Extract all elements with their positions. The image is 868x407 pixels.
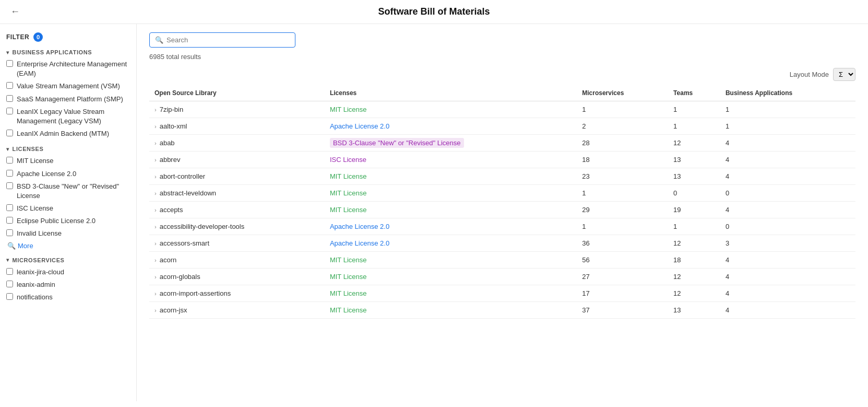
cell-license[interactable]: MIT License (325, 185, 577, 202)
app-header: ← Software Bill of Materials (0, 0, 868, 24)
table-row[interactable]: › abort-controller MIT License 23 13 4 (149, 168, 855, 185)
checkbox-bsd[interactable] (6, 182, 13, 189)
cell-license[interactable]: MIT License (325, 101, 577, 118)
checkbox-mit[interactable] (6, 157, 13, 164)
cell-license[interactable]: MIT License (325, 252, 577, 269)
list-item[interactable]: Eclipse Public License 2.0 (6, 216, 130, 226)
license-badge[interactable]: MIT License (330, 306, 367, 314)
list-item[interactable]: notifications (6, 293, 130, 302)
sidebar-item-label: Invalid License (17, 229, 62, 238)
expand-icon[interactable]: › (154, 123, 157, 130)
expand-icon[interactable]: › (154, 173, 157, 180)
list-item[interactable]: Invalid License (6, 229, 130, 238)
col-header-teams: Teams (668, 85, 720, 101)
table-row[interactable]: › accepts MIT License 29 19 4 (149, 202, 855, 218)
checkbox-eam[interactable] (6, 60, 13, 67)
section-label: MICROSERVICES (13, 257, 65, 263)
license-badge[interactable]: MIT License (330, 256, 367, 264)
license-badge[interactable]: MIT License (330, 273, 367, 281)
checkbox-legacy-vsm[interactable] (6, 108, 13, 114)
list-item[interactable]: MIT License (6, 156, 130, 166)
table-row[interactable]: › aalto-xml Apache License 2.0 2 1 1 (149, 118, 855, 135)
cell-license[interactable]: BSD 3-Clause "New" or "Revised" License (325, 135, 577, 152)
table-row[interactable]: › acorn MIT License 56 18 4 (149, 252, 855, 269)
checkbox-smp[interactable] (6, 95, 13, 102)
checkbox-mtm[interactable] (6, 130, 13, 136)
license-badge[interactable]: MIT License (330, 189, 367, 197)
cell-library: › aalto-xml (149, 118, 325, 135)
table-row[interactable]: › abbrev ISC License 18 13 4 (149, 152, 855, 168)
cell-license[interactable]: ISC License (325, 152, 577, 168)
license-badge[interactable]: MIT License (330, 172, 367, 180)
cell-license[interactable]: MIT License (325, 202, 577, 218)
cell-license[interactable]: Apache License 2.0 (325, 235, 577, 252)
cell-license[interactable]: MIT License (325, 269, 577, 285)
list-item[interactable]: LeanIX Admin Backend (MTM) (6, 129, 130, 138)
table-row[interactable]: › abstract-leveldown MIT License 1 0 0 (149, 185, 855, 202)
cell-microservices: 56 (577, 252, 668, 269)
checkbox-vsm[interactable] (6, 82, 13, 89)
license-badge[interactable]: MIT License (330, 206, 367, 214)
list-item[interactable]: leanix-jira-cloud (6, 268, 130, 277)
expand-icon[interactable]: › (154, 290, 157, 297)
more-link[interactable]: 🔍 More (6, 242, 130, 250)
back-button[interactable]: ← (10, 6, 20, 17)
list-item[interactable]: Apache License 2.0 (6, 169, 130, 179)
license-badge[interactable]: MIT License (330, 289, 367, 297)
library-name: aalto-xml (160, 122, 187, 130)
table-row[interactable]: › abab BSD 3-Clause "New" or "Revised" L… (149, 135, 855, 152)
license-badge[interactable]: BSD 3-Clause "New" or "Revised" License (330, 138, 464, 148)
checkbox-invalid[interactable] (6, 229, 13, 236)
expand-icon[interactable]: › (154, 224, 157, 230)
license-badge[interactable]: Apache License 2.0 (330, 239, 389, 247)
layout-mode-select[interactable]: Σ (833, 68, 855, 81)
expand-icon[interactable]: › (154, 274, 157, 280)
cell-license[interactable]: MIT License (325, 302, 577, 319)
cell-license[interactable]: Apache License 2.0 (325, 218, 577, 235)
filter-header: FILTER 0 (6, 32, 130, 42)
list-item[interactable]: BSD 3-Clause "New" or "Revised" License (6, 182, 130, 201)
expand-icon[interactable]: › (154, 140, 157, 146)
checkbox-notifications[interactable] (6, 293, 13, 300)
list-item[interactable]: ISC License (6, 204, 130, 213)
expand-icon[interactable]: › (154, 307, 157, 313)
section-licenses[interactable]: ▾ LICENSES (6, 146, 130, 152)
library-name: accessors-smart (160, 239, 209, 247)
section-business-applications[interactable]: ▾ BUSINESS APPLICATIONS (6, 49, 130, 55)
checkbox-eclipse[interactable] (6, 217, 13, 224)
cell-license[interactable]: MIT License (325, 168, 577, 185)
search-bar[interactable]: 🔍 (149, 32, 295, 48)
col-header-microservices: Microservices (577, 85, 668, 101)
table-row[interactable]: › accessors-smart Apache License 2.0 36 … (149, 235, 855, 252)
list-item[interactable]: LeanIX Legacy Value Stream Management (L… (6, 107, 130, 126)
checkbox-jira-cloud[interactable] (6, 268, 13, 275)
list-item[interactable]: leanix-admin (6, 280, 130, 289)
list-item[interactable]: Enterprise Architecture Management (EAM) (6, 60, 130, 78)
license-badge[interactable]: Apache License 2.0 (330, 122, 389, 130)
cell-license[interactable]: MIT License (325, 285, 577, 302)
section-microservices[interactable]: ▾ MICROSERVICES (6, 257, 130, 263)
search-input[interactable] (167, 36, 290, 44)
expand-icon[interactable]: › (154, 107, 157, 113)
cell-library: › acorn-import-assertions (149, 285, 325, 302)
license-badge[interactable]: ISC License (330, 156, 366, 164)
list-item[interactable]: SaaS Management Platform (SMP) (6, 95, 130, 104)
list-item[interactable]: Value Stream Management (VSM) (6, 82, 130, 91)
table-row[interactable]: › acorn-jsx MIT License 37 13 4 (149, 302, 855, 319)
expand-icon[interactable]: › (154, 190, 157, 196)
license-badge[interactable]: Apache License 2.0 (330, 223, 389, 230)
checkbox-apache[interactable] (6, 170, 13, 177)
library-name: acorn-globals (160, 273, 200, 281)
checkbox-isc[interactable] (6, 204, 13, 211)
table-row[interactable]: › acorn-globals MIT License 27 12 4 (149, 269, 855, 285)
table-row[interactable]: › 7zip-bin MIT License 1 1 1 (149, 101, 855, 118)
license-badge[interactable]: MIT License (330, 106, 367, 113)
expand-icon[interactable]: › (154, 257, 157, 263)
table-row[interactable]: › accessibility-developer-tools Apache L… (149, 218, 855, 235)
expand-icon[interactable]: › (154, 157, 157, 163)
table-row[interactable]: › acorn-import-assertions MIT License 17… (149, 285, 855, 302)
expand-icon[interactable]: › (154, 240, 157, 247)
checkbox-admin[interactable] (6, 281, 13, 287)
cell-license[interactable]: Apache License 2.0 (325, 118, 577, 135)
expand-icon[interactable]: › (154, 207, 157, 213)
